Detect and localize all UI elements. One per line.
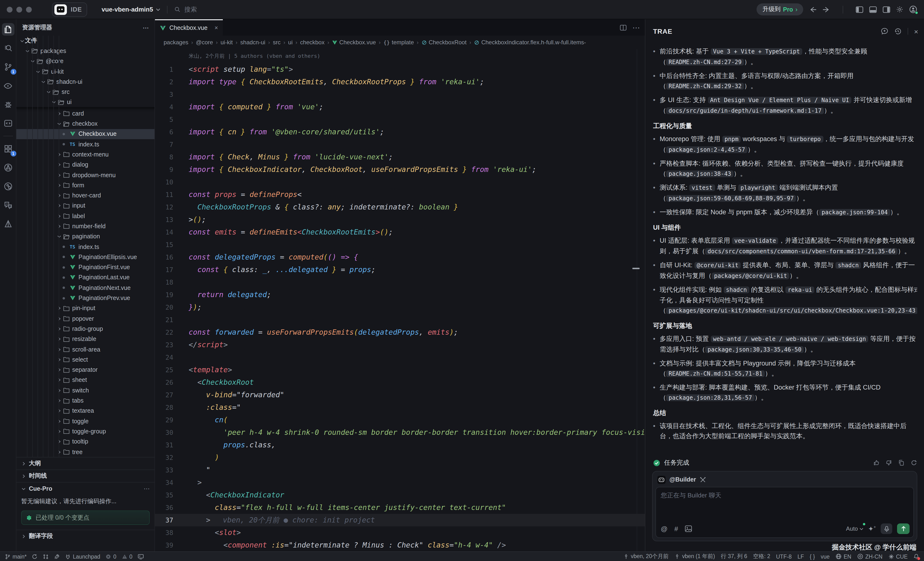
code-line-34[interactable]: 34 >	[155, 476, 645, 489]
sidebar-section-1[interactable]: 时间线	[16, 469, 154, 482]
code-line-36[interactable]: 36 class="flex h-full w-full items-cente…	[155, 501, 645, 514]
tree-item-packages[interactable]: packages	[16, 46, 154, 56]
toggle-right-panel-icon[interactable]	[883, 6, 890, 13]
status-item-text-right-4[interactable]: UTF-8	[776, 553, 792, 559]
tree-item-dialog[interactable]: dialog	[16, 159, 154, 170]
code-reference-chip[interactable]: docs/src/guide/in-depth/ui-framework.md:…	[666, 107, 824, 114]
status-item-globe[interactable]: EN	[836, 553, 851, 559]
code-line-2[interactable]: 2import type { CheckboxRootEmits, Checkb…	[155, 75, 645, 88]
status-item-text-right-3[interactable]: 空格: 2	[753, 553, 770, 560]
status-item-monitor[interactable]	[138, 553, 144, 559]
tree-item-pin-input[interactable]: pin-input	[16, 303, 154, 313]
tree-item-shadcn-ui[interactable]: shadcn-ui	[16, 77, 154, 87]
code-reference-chip[interactable]: package.json:59-60,68-69,88-89,95-97	[666, 195, 796, 202]
tree-item-pagination[interactable]: pagination	[16, 232, 154, 242]
code-line-39[interactable]: 39 <component :is="indeterminate ? Minus…	[155, 539, 645, 551]
code-line-1[interactable]: 1<script setup lang="ts">	[155, 63, 645, 75]
tree-item-PaginationNext.vue[interactable]: PaginationNext.vue	[16, 283, 154, 293]
breadcrumb-item[interactable]: src	[273, 39, 280, 46]
tree-item-context-menu[interactable]: context-menu	[16, 149, 154, 160]
toggle-left-panel-icon[interactable]	[856, 6, 863, 13]
activity-item-source-control[interactable]: 1	[2, 61, 14, 73]
code-line-23[interactable]: 23</script>	[155, 338, 645, 351]
app-logo-box[interactable]: IDE	[52, 2, 87, 17]
status-item-text-right-2[interactable]: 行 37, 列 6	[721, 553, 747, 560]
copy-icon[interactable]	[898, 459, 905, 466]
status-item-cue[interactable]: CUE	[888, 553, 908, 559]
tree-item-number-field[interactable]: number-field	[16, 221, 154, 232]
tree-item-separator[interactable]: separator	[16, 365, 154, 375]
cuepro-section-header[interactable]: Cue-Pro ⋯	[16, 482, 154, 495]
code-line-11[interactable]: 11const props = defineProps<	[155, 188, 645, 201]
code-line-19[interactable]: 19 return delegated;	[155, 289, 645, 301]
code-line-3[interactable]: 3	[155, 88, 645, 101]
code-line-5[interactable]: 5	[155, 113, 645, 126]
status-item-bell[interactable]	[914, 553, 919, 559]
activity-item-prism[interactable]	[2, 218, 14, 230]
tree-item-select[interactable]: select	[16, 354, 154, 365]
tree-item-PaginationFirst.vue[interactable]: PaginationFirst.vue	[16, 262, 154, 272]
code-line-30[interactable]: 30 'peer h-4 w-4 shrink-0 rounded-sm bor…	[155, 426, 645, 439]
code-reference-chip[interactable]: package.json:28,31,56-57	[666, 394, 754, 401]
history-icon[interactable]	[894, 27, 902, 35]
code-reference-chip[interactable]: package.json:30,33-35,46-50	[705, 346, 804, 353]
code-line-26[interactable]: 26 <CheckboxRoot	[155, 376, 645, 389]
tree-item-hover-card[interactable]: hover-card	[16, 191, 154, 201]
breadcrumb-item[interactable]: @core	[196, 39, 213, 46]
status-item-commit[interactable]: vben (1 年前)	[675, 553, 715, 560]
model-mode-select[interactable]: Auto	[846, 525, 863, 532]
code-line-27[interactable]: 27 v-bind="forwarded"	[155, 389, 645, 401]
activity-item-search[interactable]	[2, 42, 14, 54]
code-reference-chip[interactable]: playwright	[738, 184, 778, 191]
tree-item-toggle-group[interactable]: toggle-group	[16, 426, 154, 437]
thumbs-up-icon[interactable]	[873, 459, 880, 466]
code-line-32[interactable]: 32 )	[155, 451, 645, 464]
tree-item-src[interactable]: src	[16, 87, 154, 97]
tree-item-index.ts[interactable]: TSindex.ts	[16, 139, 154, 149]
nav-forward-button[interactable]	[822, 6, 830, 13]
code-reference-chip[interactable]: packages/@core/ui-kit/shadcn-ui/src/ui/c…	[666, 307, 917, 314]
code-line-17[interactable]: 17 const { class: _, ...delegated } = pr…	[155, 263, 645, 276]
code-reference-chip[interactable]: packages/@core/ui-kit	[711, 272, 789, 279]
send-button[interactable]	[897, 523, 910, 534]
code-line-33[interactable]: 33 "	[155, 464, 645, 476]
status-item-text-right-6[interactable]: { }	[810, 553, 815, 559]
code-line-15[interactable]: 15	[155, 238, 645, 251]
code-reference-chip[interactable]: package.json:2-4,45-57	[666, 146, 747, 153]
tree-item-popover[interactable]: popover	[16, 313, 154, 324]
tree-item-@core[interactable]: @core	[16, 56, 154, 66]
code-line-29[interactable]: 29 cn(	[155, 414, 645, 426]
status-item-text-right-7[interactable]: vue	[821, 553, 830, 559]
status-item-compare[interactable]	[43, 553, 49, 559]
window-controls[interactable]	[7, 6, 36, 12]
code-line-10[interactable]: 10	[155, 176, 645, 188]
activity-item-remote-nodes[interactable]	[2, 161, 14, 174]
activity-item-code-window[interactable]	[2, 117, 14, 129]
tree-item-switch[interactable]: switch	[16, 385, 154, 396]
activity-item-bug[interactable]	[2, 98, 14, 111]
breadcrumb-item[interactable]: CheckboxRoot	[422, 39, 466, 46]
tree-item-PaginationPrev.vue[interactable]: PaginationPrev.vue	[16, 293, 154, 303]
status-item-commit[interactable]: vben, 20个月前	[623, 553, 669, 560]
cuepro-more-icon[interactable]: ⋯	[144, 485, 150, 492]
code-reference-chip[interactable]: README.zh-CN.md:51-55,71-81	[666, 370, 765, 377]
status-item-target[interactable]: ZH-CN	[857, 553, 883, 559]
breadcrumb-item[interactable]: Checkbox.vue	[332, 39, 376, 46]
code-line-35[interactable]: 35 <CheckboxIndicator	[155, 489, 645, 501]
tree-item-dropdown-menu[interactable]: dropdown-menu	[16, 170, 154, 180]
code-line-9[interactable]: 9import { CheckboxIndicator, CheckboxRoo…	[155, 163, 645, 176]
code-reference-chip[interactable]: package.json:99-104	[819, 209, 890, 216]
mention-icon[interactable]: @	[661, 525, 668, 532]
breadcrumb-item[interactable]: CheckboxIndicator.flex.h-full.w-full.ite…	[474, 39, 586, 46]
explorer-more-icon[interactable]: ⋯	[143, 24, 149, 31]
code-line-13[interactable]: 13>();	[155, 213, 645, 226]
status-item-text-right-5[interactable]: LF	[797, 553, 804, 559]
code-reference-chip[interactable]: shadcn	[836, 262, 861, 269]
status-item-rocket[interactable]	[54, 553, 60, 559]
status-item-branch[interactable]: main*	[5, 553, 27, 559]
activity-item-extensions[interactable]: 1	[2, 143, 14, 155]
regenerate-icon[interactable]	[910, 459, 917, 466]
code-line-16[interactable]: 16const delegatedProps = computed(() => …	[155, 251, 645, 263]
tree-item-sheet[interactable]: sheet	[16, 375, 154, 385]
context-hash-icon[interactable]: #	[674, 525, 678, 532]
